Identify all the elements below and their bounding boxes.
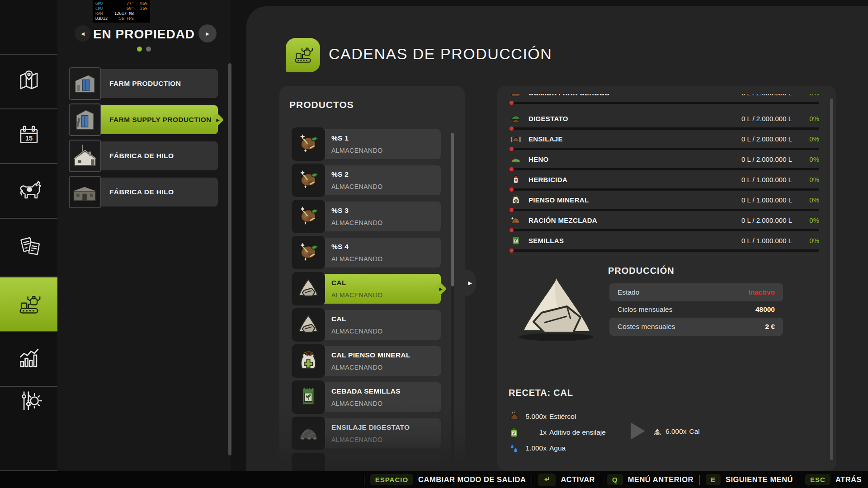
storage-amount: 0 L / 2.000.000 L bbox=[741, 155, 792, 163]
storage-amount: 0 L / 1.000.000 L bbox=[741, 237, 792, 244]
product-item[interactable]: %S 3 ALMACENANDO ▶ bbox=[292, 200, 441, 233]
building-item[interactable]: FARM PRODUCTION ▶ bbox=[69, 67, 218, 100]
production-chains-screen: 15 ▶ GPU77°96%CPU69°26%RAM12617 MBD3D125… bbox=[0, 0, 868, 488]
silage-heap-icon bbox=[295, 419, 321, 447]
page-dot-active[interactable] bbox=[137, 47, 142, 52]
product-label-bar: CAL PIENSO MINERAL ALMACENANDO bbox=[322, 346, 441, 376]
contracts-icon bbox=[16, 234, 42, 262]
storage-row: HENO 0 L / 2.000.000 L 0% bbox=[510, 150, 819, 170]
page-dot[interactable] bbox=[146, 47, 151, 52]
building-name: FÁBRICA DE HILO bbox=[109, 188, 174, 196]
product-icon-tile bbox=[292, 380, 325, 414]
cal-small-icon bbox=[652, 426, 663, 437]
products-panel: PRODUCTOS %S 1 ALMACENANDO ▶ %S 2 ALMACE… bbox=[279, 86, 465, 471]
building-item[interactable]: FÁBRICA DE HILO ▶ bbox=[69, 176, 218, 208]
sidebar-item[interactable] bbox=[0, 55, 57, 109]
recipe-input: 1x Aditivo de ensilaje bbox=[509, 427, 606, 438]
mill-b-thumb bbox=[70, 201, 100, 208]
building-name: FÁBRICA DE HILO bbox=[109, 152, 174, 160]
product-label-bar: CEBADA SEMILLAS ALMACENANDO bbox=[322, 382, 441, 412]
owned-scrollbar[interactable] bbox=[228, 63, 231, 455]
detail-scrollbar[interactable] bbox=[830, 99, 833, 460]
digestate-icon bbox=[510, 113, 522, 124]
product-item[interactable]: ▶ bbox=[292, 453, 441, 471]
storage-amount: 0 L / 1.000.000 L bbox=[741, 196, 792, 204]
product-name: ENSILAJE DIGESTATO bbox=[331, 423, 441, 432]
storage-progress-bar bbox=[510, 249, 819, 252]
product-icon-tile bbox=[292, 127, 325, 161]
product-status: ALMACENANDO bbox=[331, 219, 441, 226]
product-icon-tile bbox=[292, 200, 325, 233]
products-scrollbar[interactable] bbox=[451, 133, 454, 467]
storage-percent: 0% bbox=[792, 216, 819, 224]
page-title: CADENAS DE PRODUCCIÓN bbox=[329, 45, 552, 63]
sidebar-item[interactable] bbox=[0, 332, 57, 387]
product-name: CAL bbox=[331, 315, 441, 323]
recipe-input: 1.000x Agua bbox=[509, 443, 606, 454]
next-page-button[interactable]: ▶ bbox=[198, 24, 217, 42]
recipe-ingredient: Aditivo de ensilaje bbox=[549, 428, 606, 436]
settings-icon bbox=[16, 388, 42, 416]
detail-label: Costes mensuales bbox=[618, 323, 675, 331]
product-item[interactable]: ENSILAJE DIGESTATO ALMACENANDO ▶ bbox=[292, 417, 441, 450]
hay-icon bbox=[510, 153, 522, 165]
product-item[interactable]: CAL PIENSO MINERAL ALMACENANDO ▶ bbox=[292, 344, 441, 378]
product-item[interactable]: CAL ALMACENANDO ▶ bbox=[292, 272, 441, 305]
building-thumbnail bbox=[69, 67, 101, 100]
building-name: FARM SUPPLY PRODUCTION bbox=[109, 116, 212, 124]
product-item[interactable]: CEBADA SEMILLAS ALMACENANDO ▶ bbox=[292, 380, 441, 414]
product-label-bar: %S 3 ALMACENANDO bbox=[322, 202, 441, 231]
sidebar-item[interactable] bbox=[0, 0, 57, 55]
storage-fill-name: RACIÓN MEZCLADA bbox=[528, 216, 741, 224]
storage-amount: 0 L / 2.000.000 L bbox=[741, 216, 792, 224]
hint-action-label: CAMBIAR MODO DE SALIDA bbox=[418, 475, 526, 484]
recipe-arrow-icon bbox=[631, 422, 645, 440]
pagination-dots bbox=[57, 47, 231, 52]
sidebar-item[interactable] bbox=[0, 219, 57, 277]
product-item[interactable]: %S 4 ALMACENANDO ▶ bbox=[292, 236, 441, 269]
product-item[interactable]: %S 1 ALMACENANDO ▶ bbox=[292, 127, 441, 161]
panel-link-arrow[interactable]: ▶ bbox=[455, 269, 476, 296]
product-name: %S 1 bbox=[331, 134, 441, 142]
product-icon-tile bbox=[292, 272, 325, 305]
recipe-section-title: RECETA: CAL bbox=[509, 388, 573, 398]
recipe-output: 6.000x Cal bbox=[652, 425, 700, 438]
key-hints-bar: ESPACIO CAMBIAR MODO DE SALIDA ACTIVAR Q… bbox=[0, 471, 868, 488]
products-scrollbar-thumb[interactable] bbox=[451, 133, 454, 286]
recipe-ingredient: Estiércol bbox=[549, 413, 576, 421]
hint-action-label: MENÚ ANTERIOR bbox=[628, 475, 693, 484]
detail-label: Ciclos mensuales bbox=[618, 305, 672, 314]
product-icon-tile bbox=[292, 164, 325, 197]
key-label: ESC bbox=[810, 476, 826, 483]
cal-icon bbox=[295, 275, 321, 303]
product-item[interactable]: CAL ALMACENANDO ▶ bbox=[292, 308, 441, 342]
storage-fill-name: COMIDA PARA CERDOS bbox=[528, 94, 741, 97]
product-status: ALMACENANDO bbox=[331, 291, 441, 299]
building-item[interactable]: FÁBRICA DE HILO ▶ bbox=[69, 140, 218, 172]
sidebar-item[interactable] bbox=[0, 417, 57, 471]
seed-packet-icon bbox=[295, 383, 321, 411]
product-name: %S 4 bbox=[331, 243, 441, 251]
product-item[interactable]: %S 2 ALMACENANDO ▶ bbox=[292, 164, 441, 197]
building-thumbnail bbox=[69, 140, 101, 172]
key-chip: ESC bbox=[805, 474, 830, 485]
detail-value: 2 € bbox=[765, 323, 775, 331]
key-hint: Q MENÚ ANTERIOR bbox=[595, 474, 693, 485]
sidebar-item[interactable] bbox=[0, 277, 57, 332]
key-chip: E bbox=[706, 474, 721, 485]
selected-caret-icon: ▶ bbox=[439, 286, 443, 291]
perf-row: D3D1256 FPS bbox=[95, 16, 147, 21]
perf-row: CPU69°26% bbox=[95, 6, 147, 11]
sidebar-item[interactable] bbox=[0, 164, 57, 219]
storage-row: COMIDA PARA CERDOS 0 L / 2.000.000 L 0% bbox=[510, 94, 819, 104]
storage-amount: 0 L / 2.000.000 L bbox=[741, 115, 792, 122]
sidebar-item[interactable]: 15 bbox=[0, 109, 57, 164]
product-name: CEBADA SEMILLAS bbox=[331, 387, 441, 395]
key-chip: Q bbox=[607, 474, 623, 485]
building-item[interactable]: FARM SUPPLY PRODUCTION ▶ bbox=[69, 103, 218, 136]
svg-text:15: 15 bbox=[25, 134, 32, 141]
compost-icon bbox=[295, 166, 321, 194]
map-icon bbox=[16, 68, 42, 96]
storage-row: SEMILLAS 0 L / 1.000.000 L 0% bbox=[510, 231, 819, 252]
sidebar-item[interactable] bbox=[0, 387, 57, 417]
